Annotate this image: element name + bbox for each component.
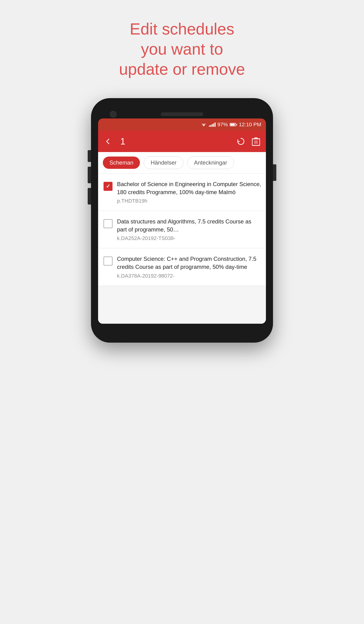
time-display: 12:10 PM [239, 122, 261, 128]
checkbox-2[interactable] [103, 218, 113, 229]
signal-bar-1 [209, 126, 210, 127]
battery-percent: 97% [218, 122, 228, 128]
tabs-bar: Scheman Händelser Anteckningar [98, 152, 266, 174]
app-bar: 1 [98, 131, 266, 152]
tab-anteckningar[interactable]: Anteckningar [187, 156, 234, 169]
battery-tip [236, 124, 237, 126]
signal-bar-5 [215, 123, 216, 127]
battery-icon [230, 123, 237, 126]
item-title-3: Computer Science: C++ and Program Constr… [117, 255, 261, 271]
item-content-3: Computer Science: C++ and Program Constr… [117, 255, 261, 279]
headline-line3: update or remove [119, 60, 245, 78]
phone-top-bar [98, 112, 266, 116]
phone-screen: 97% 12:10 PM 1 [98, 118, 266, 324]
back-arrow-icon [104, 138, 112, 145]
checkbox-checked-icon [103, 182, 113, 191]
schedule-item-2[interactable]: Data structures and Algorithms, 7.5 cred… [98, 211, 266, 248]
trash-icon [252, 137, 260, 146]
schedule-list: Bachelor of Science in Engineering in Co… [98, 174, 266, 324]
refresh-icon [236, 137, 245, 146]
item-content-1: Bachelor of Science in Engineering in Co… [117, 180, 261, 204]
battery-body [230, 123, 236, 126]
item-code-1: p.THDTB19h [117, 198, 261, 204]
phone-frame: 97% 12:10 PM 1 [91, 98, 273, 343]
headline-line1: Edit schedules [130, 20, 234, 38]
power-button [273, 164, 276, 181]
tab-scheman[interactable]: Scheman [103, 156, 140, 169]
camera-button [88, 188, 91, 205]
item-title-2: Data structures and Algorithms, 7.5 cred… [117, 218, 261, 233]
item-content-2: Data structures and Algorithms, 7.5 cred… [117, 218, 261, 241]
status-icons: 97% 12:10 PM [200, 122, 261, 128]
page-headline: Edit schedules you want to update or rem… [119, 19, 245, 79]
svg-rect-0 [252, 139, 260, 145]
app-bar-actions [236, 136, 261, 147]
signal-bar-2 [210, 125, 211, 127]
phone-speaker [161, 112, 203, 116]
wifi-icon [200, 122, 207, 127]
app-bar-title: 1 [120, 136, 125, 147]
status-bar: 97% 12:10 PM [98, 118, 266, 131]
checkbox-unchecked-icon [103, 219, 113, 228]
checkbox-1[interactable] [103, 181, 113, 191]
headline-line2: you want to [141, 40, 223, 58]
checkbox-unchecked-icon-3 [103, 257, 113, 265]
app-bar-left: 1 [103, 136, 125, 147]
item-code-3: k.DA378A-20192-98072- [117, 273, 261, 279]
volume-up-button [88, 150, 91, 162]
item-title-1: Bachelor of Science in Engineering in Co… [117, 180, 261, 196]
tab-handelser[interactable]: Händelser [144, 156, 183, 169]
schedule-item-3[interactable]: Computer Science: C++ and Program Constr… [98, 248, 266, 286]
volume-down-button [88, 167, 91, 183]
schedule-item-1[interactable]: Bachelor of Science in Engineering in Co… [98, 174, 266, 211]
item-code-2: k.DA252A-20192-TS038- [117, 235, 261, 241]
battery-fill [230, 124, 235, 126]
screen-bottom-space [98, 286, 266, 324]
back-button[interactable] [103, 136, 113, 147]
front-camera [110, 111, 117, 118]
refresh-button[interactable] [236, 136, 246, 147]
signal-bar-3 [212, 124, 213, 127]
checkbox-3[interactable] [103, 256, 113, 266]
signal-icon [209, 123, 216, 127]
delete-button[interactable] [251, 136, 261, 147]
signal-bar-4 [213, 123, 214, 127]
